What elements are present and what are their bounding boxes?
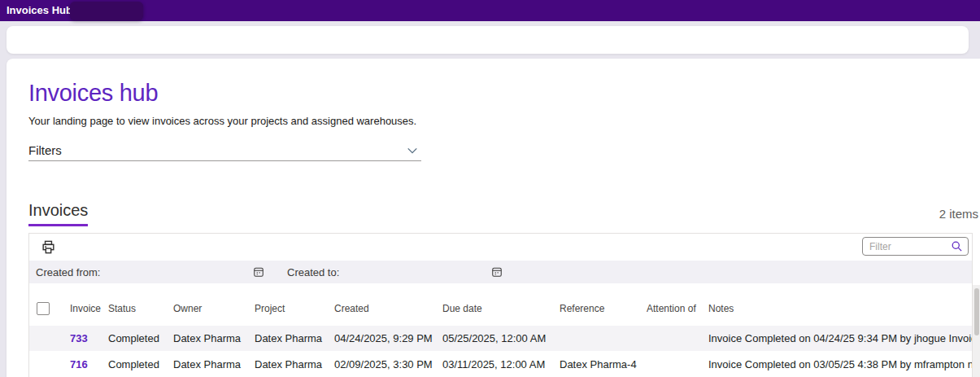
filters-label: Filters	[28, 143, 62, 157]
created-cell: 02/09/2025, 3:30 PM	[334, 358, 442, 370]
filters-expander[interactable]: Filters	[28, 140, 421, 161]
invoice-link[interactable]: 733	[70, 332, 108, 344]
date-filter-bar: Created from: Created to:	[29, 261, 972, 283]
reference-cell: Datex Pharma-4	[560, 358, 647, 370]
app-title: Invoices Hub	[7, 4, 72, 16]
toolbar-strip	[7, 26, 969, 54]
table-header-row: Invoice Status Owner Project Created Due…	[29, 295, 972, 322]
column-header-status: Status	[108, 303, 173, 314]
column-header-attention-of: Attention of	[647, 303, 708, 314]
table-filter	[862, 237, 969, 256]
table-toolbar	[29, 234, 972, 261]
created-cell: 04/24/2025, 9:29 PM	[334, 332, 442, 344]
notes-cell: Invoice Completed on 03/05/25 4:38 PM by…	[708, 358, 972, 370]
chevron-down-icon	[407, 145, 418, 156]
column-header-owner: Owner	[173, 303, 255, 314]
created-to-label: Created to:	[287, 266, 339, 278]
status-cell: Completed	[108, 332, 173, 344]
invoice-link[interactable]: 716	[70, 358, 108, 370]
column-header-notes: Notes	[708, 303, 972, 314]
header-tab[interactable]	[70, 2, 143, 20]
notes-cell: Invoice Completed on 04/24/25 9:34 PM by…	[708, 332, 972, 344]
main-card: Invoices hub Your landing page to view i…	[7, 59, 980, 377]
column-header-created: Created	[334, 303, 442, 314]
status-cell: Completed	[108, 358, 173, 370]
table-row[interactable]: 733 Completed Datex Pharma Datex Pharma …	[29, 326, 972, 351]
due-date-cell: 03/11/2025, 12:00 AM	[442, 358, 560, 370]
invoices-table: Created from: Created to: Invoice Status…	[28, 233, 973, 377]
calendar-icon[interactable]	[253, 266, 264, 278]
items-count: 2 items	[939, 207, 978, 221]
project-cell: Datex Pharma	[255, 332, 334, 344]
filter-input[interactable]	[863, 241, 951, 252]
owner-cell: Datex Pharma	[173, 358, 255, 370]
column-header-reference: Reference	[560, 303, 647, 314]
created-from-label: Created from:	[36, 266, 100, 278]
print-button[interactable]	[39, 238, 58, 256]
owner-cell: Datex Pharma	[173, 332, 255, 344]
calendar-icon[interactable]	[491, 266, 503, 278]
select-all-checkbox[interactable]	[37, 302, 50, 315]
due-date-cell: 05/25/2025, 12:00 AM	[442, 332, 560, 344]
project-cell: Datex Pharma	[255, 358, 334, 370]
search-icon[interactable]	[951, 240, 963, 252]
section-title: Invoices	[28, 201, 88, 226]
column-header-invoice: Invoice	[70, 303, 108, 314]
table-row[interactable]: 716 Completed Datex Pharma Datex Pharma …	[29, 351, 972, 377]
scrollbar-thumb[interactable]	[974, 288, 979, 335]
table-scrollbar[interactable]	[973, 285, 980, 377]
app-header: Invoices Hub	[0, 0, 980, 21]
column-header-project: Project	[255, 303, 334, 314]
column-header-due-date: Due date	[442, 303, 560, 314]
page-subtitle: Your landing page to view invoices acros…	[28, 115, 416, 127]
page-title: Invoices hub	[28, 80, 158, 107]
printer-icon	[41, 239, 56, 255]
